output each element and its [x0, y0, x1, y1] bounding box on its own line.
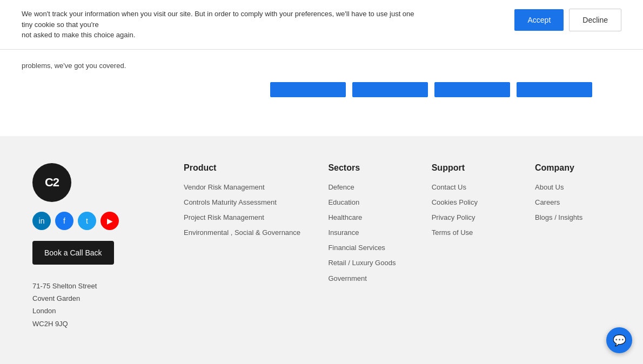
revain-watermark: Q Revain [32, 352, 611, 364]
cookie-buttons: Accept Decline [514, 9, 621, 31]
footer-col-support: Support Contact Us Cookies Policy Privac… [432, 163, 507, 331]
address-line4: WC2H 9JQ [32, 318, 162, 330]
chat-icon: 💬 [613, 334, 626, 347]
cookie-message-line1: We won't track your information when you… [22, 10, 414, 29]
link-privacy-policy[interactable]: Privacy Policy [432, 213, 475, 221]
accept-button[interactable]: Accept [514, 9, 564, 31]
cookie-message-line2: not asked to make this choice again. [22, 31, 135, 39]
book-call-button[interactable]: Book a Call Back [32, 241, 114, 265]
footer-col-company: Company About Us Careers Blogs / Insight… [535, 163, 611, 331]
blue-button-4[interactable] [517, 82, 592, 97]
link-environmental[interactable]: Environmental , Social & Governance [184, 228, 300, 237]
facebook-icon[interactable]: f [55, 212, 73, 230]
footer: C2 in f t ▶ Book a Call Back 71-75 Shelt… [0, 136, 643, 365]
footer-col-product: Product Vendor Risk Management Controls … [184, 163, 300, 331]
main-content: problems, we've got you covered. [0, 50, 643, 136]
company-links: About Us Careers Blogs / Insights [535, 183, 611, 223]
link-defence[interactable]: Defence [328, 183, 354, 191]
link-terms-of-use[interactable]: Terms of Use [432, 228, 473, 237]
chat-widget[interactable]: 💬 [606, 327, 632, 353]
support-col-title: Support [432, 163, 507, 173]
address: 71-75 Shelton Street Covent Garden Londo… [32, 280, 162, 331]
link-careers[interactable]: Careers [535, 198, 560, 206]
blue-buttons-row [270, 82, 621, 97]
link-project-risk[interactable]: Project Risk Management [184, 213, 264, 221]
footer-main: C2 in f t ▶ Book a Call Back 71-75 Shelt… [32, 163, 611, 331]
footer-nav-cols: Product Vendor Risk Management Controls … [184, 163, 611, 331]
social-icons: in f t ▶ [32, 212, 162, 230]
link-about-us[interactable]: About Us [535, 183, 564, 191]
link-insurance[interactable]: Insurance [328, 228, 359, 237]
logo-text: C2 [45, 176, 59, 190]
link-retail-luxury[interactable]: Retail / Luxury Goods [328, 259, 396, 267]
link-blogs-insights[interactable]: Blogs / Insights [535, 213, 582, 221]
link-education[interactable]: Education [328, 198, 359, 206]
product-links: Vendor Risk Management Controls Maturity… [184, 183, 300, 238]
link-government[interactable]: Government [328, 274, 367, 282]
footer-logo-col: C2 in f t ▶ Book a Call Back 71-75 Shelt… [32, 163, 162, 331]
cookie-text: We won't track your information when you… [22, 9, 427, 41]
link-healthcare[interactable]: Healthcare [328, 213, 362, 221]
link-vendor-risk[interactable]: Vendor Risk Management [184, 183, 265, 191]
blue-button-2[interactable] [352, 82, 428, 97]
company-col-title: Company [535, 163, 611, 173]
youtube-icon[interactable]: ▶ [101, 212, 119, 230]
twitter-icon[interactable]: t [78, 212, 96, 230]
sectors-links: Defence Education Healthcare Insurance F… [328, 183, 404, 284]
cookie-banner: We won't track your information when you… [0, 0, 643, 50]
address-line1: 71-75 Shelton Street [32, 280, 162, 292]
address-line3: London [32, 305, 162, 317]
link-controls-maturity[interactable]: Controls Maturity Assessment [184, 198, 277, 206]
link-financial-services[interactable]: Financial Services [328, 244, 385, 252]
footer-col-sectors: Sectors Defence Education Healthcare Ins… [328, 163, 404, 331]
blue-button-1[interactable] [270, 82, 346, 97]
link-contact-us[interactable]: Contact Us [432, 183, 466, 191]
linkedin-icon[interactable]: in [32, 212, 51, 230]
support-links: Contact Us Cookies Policy Privacy Policy… [432, 183, 507, 238]
blue-button-3[interactable] [434, 82, 510, 97]
link-cookies-policy[interactable]: Cookies Policy [432, 198, 478, 206]
address-line2: Covent Garden [32, 292, 162, 305]
decline-button[interactable]: Decline [569, 9, 621, 31]
company-logo: C2 [32, 163, 71, 202]
main-body-text: problems, we've got you covered. [22, 60, 195, 72]
product-col-title: Product [184, 163, 300, 173]
sectors-col-title: Sectors [328, 163, 404, 173]
